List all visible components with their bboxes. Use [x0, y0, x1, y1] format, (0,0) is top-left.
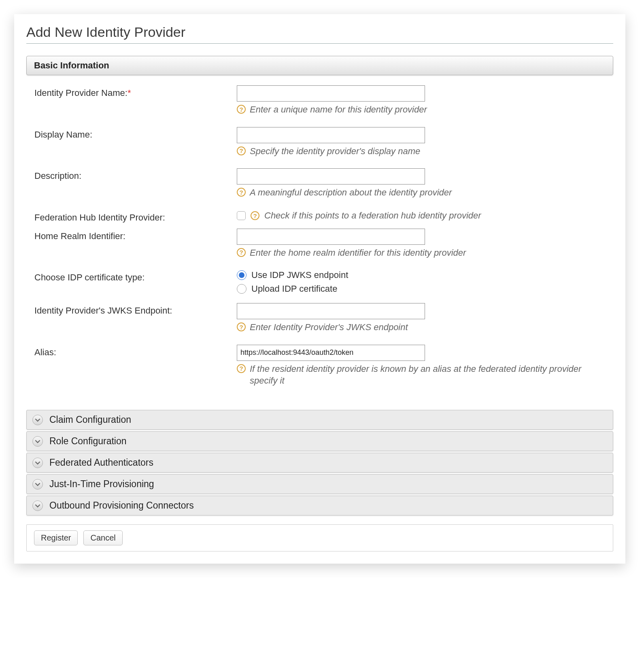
page-title: Add New Identity Provider: [26, 24, 613, 44]
chevron-down-icon: [32, 415, 43, 425]
idp-name-input[interactable]: [237, 85, 425, 102]
radio-jwks-endpoint[interactable]: Use IDP JWKS endpoint: [237, 270, 609, 280]
help-icon[interactable]: ?: [237, 248, 246, 257]
chevron-down-icon: [32, 479, 43, 490]
radio-label-jwks: Use IDP JWKS endpoint: [251, 270, 348, 280]
help-icon[interactable]: ?: [237, 105, 246, 114]
row-idp-name: Identity Provider Name:* ? Enter a uniqu…: [34, 85, 609, 116]
accordion-claim-configuration[interactable]: Claim Configuration: [26, 410, 613, 430]
button-bar: Register Cancel: [26, 524, 613, 551]
form-area: Identity Provider Name:* ? Enter a uniqu…: [26, 85, 613, 406]
help-icon[interactable]: ?: [237, 188, 246, 197]
help-icon[interactable]: ?: [237, 364, 246, 373]
radio-icon: [237, 270, 247, 280]
row-federation-hub: Federation Hub Identity Provider: ? Chec…: [34, 210, 609, 223]
hint-jwks-endpoint: Enter Identity Provider's JWKS endpoint: [250, 322, 408, 333]
hint-description: A meaningful description about the ident…: [250, 187, 452, 199]
display-name-input[interactable]: [237, 127, 425, 143]
row-description: Description: ? A meaningful description …: [34, 168, 609, 199]
accordion-label: Outbound Provisioning Connectors: [49, 500, 194, 511]
label-description: Description:: [34, 168, 237, 181]
row-jwks-endpoint: Identity Provider's JWKS Endpoint: ? Ent…: [34, 303, 609, 333]
accordion-label: Role Configuration: [49, 436, 127, 447]
hint-idp-name: Enter a unique name for this identity pr…: [250, 104, 427, 116]
accordion-role-configuration[interactable]: Role Configuration: [26, 431, 613, 451]
alias-input[interactable]: [237, 345, 425, 361]
home-realm-input[interactable]: [237, 229, 425, 245]
accordion-label: Just-In-Time Provisioning: [49, 479, 154, 490]
description-input[interactable]: [237, 168, 425, 184]
hint-display-name: Specify the identity provider's display …: [250, 146, 420, 157]
chevron-down-icon: [32, 458, 43, 468]
accordion-label: Claim Configuration: [49, 414, 131, 425]
label-federation-hub: Federation Hub Identity Provider:: [34, 210, 237, 223]
row-cert-type: Choose IDP certificate type: Use IDP JWK…: [34, 270, 609, 297]
help-icon[interactable]: ?: [251, 211, 259, 220]
radio-icon: [237, 284, 247, 294]
accordion-label: Federated Authenticators: [49, 457, 153, 468]
label-home-realm: Home Realm Identifier:: [34, 229, 237, 242]
row-home-realm: Home Realm Identifier: ? Enter the home …: [34, 229, 609, 259]
label-alias: Alias:: [34, 345, 237, 358]
federation-hub-checkbox[interactable]: [237, 211, 246, 220]
hint-alias: If the resident identity provider is kno…: [250, 363, 609, 386]
accordion-federated-authenticators[interactable]: Federated Authenticators: [26, 453, 613, 473]
register-button[interactable]: Register: [34, 530, 78, 545]
label-cert-type: Choose IDP certificate type:: [34, 270, 237, 283]
row-alias: Alias: ? If the resident identity provid…: [34, 345, 609, 386]
accordion-group: Claim Configuration Role Configuration F…: [26, 410, 613, 515]
page-container: Add New Identity Provider Basic Informat…: [14, 14, 625, 564]
help-icon[interactable]: ?: [237, 322, 246, 331]
hint-federation-hub: Check if this points to a federation hub…: [264, 210, 481, 222]
section-basic-information: Basic Information: [26, 56, 613, 75]
label-idp-name-text: Identity Provider Name:: [34, 88, 128, 98]
row-display-name: Display Name: ? Specify the identity pro…: [34, 127, 609, 157]
help-icon[interactable]: ?: [237, 146, 246, 155]
chevron-down-icon: [32, 500, 43, 511]
accordion-jit-provisioning[interactable]: Just-In-Time Provisioning: [26, 474, 613, 494]
label-display-name: Display Name:: [34, 127, 237, 140]
radio-label-upload: Upload IDP certificate: [251, 284, 337, 294]
required-mark: *: [128, 88, 131, 98]
cancel-button[interactable]: Cancel: [83, 530, 122, 545]
chevron-down-icon: [32, 436, 43, 447]
radio-upload-cert[interactable]: Upload IDP certificate: [237, 284, 609, 294]
jwks-endpoint-input[interactable]: [237, 303, 425, 319]
label-jwks-endpoint: Identity Provider's JWKS Endpoint:: [34, 303, 237, 316]
label-idp-name: Identity Provider Name:*: [34, 85, 237, 98]
hint-home-realm: Enter the home realm identifier for this…: [250, 247, 466, 259]
accordion-outbound-provisioning[interactable]: Outbound Provisioning Connectors: [26, 496, 613, 515]
